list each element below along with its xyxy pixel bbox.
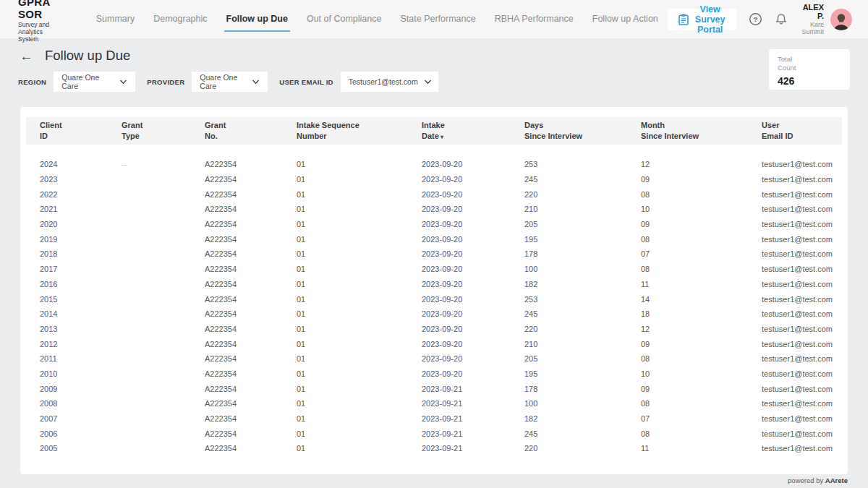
table-cell: A222354	[205, 235, 297, 244]
column-header-month-since-interview[interactable]: MonthSince Interview	[641, 120, 762, 142]
table-cell: 2005	[26, 444, 122, 453]
nav-tab-summary[interactable]: Summary	[87, 0, 144, 38]
table-cell: A222354	[205, 249, 297, 258]
app-subtitle: Survey and Analytics System	[18, 21, 65, 43]
table-cell: 01	[297, 414, 422, 423]
nav-tab-out-of-compliance[interactable]: Out of Compliance	[297, 0, 391, 38]
table-cell: A222354	[205, 280, 297, 288]
column-header-user-email-id[interactable]: UserEmail ID	[762, 120, 842, 142]
chevron-down-icon	[418, 80, 432, 85]
table-cell: 2020	[26, 220, 122, 228]
table-cell: 245	[524, 309, 641, 318]
user-email-filter-select[interactable]: Testuser1@test.com	[341, 72, 438, 92]
table-cell: 100	[524, 265, 641, 273]
table-row: 2015A222354012023-09-2025314testuser1@te…	[26, 291, 842, 307]
table-cell: 09	[641, 175, 762, 184]
view-survey-portal-button[interactable]: View Survey Portal	[668, 9, 736, 30]
powered-by-brand: AArete	[825, 476, 848, 484]
table-cell: 12	[641, 160, 762, 168]
table-cell: 2023-09-20	[422, 340, 524, 348]
column-header-grant-no-[interactable]: GrantNo.	[205, 120, 297, 142]
table-cell: 08	[641, 235, 762, 244]
column-header-grant-type[interactable]: GrantType	[122, 120, 205, 142]
table-cell: 2021	[26, 205, 122, 213]
table-cell: 2008	[26, 399, 122, 408]
table-cell: 205	[524, 220, 641, 228]
table-cell: testuser1@test.com	[762, 295, 842, 304]
table-cell: A222354	[205, 265, 297, 273]
provider-filter-select[interactable]: Quare One Care	[192, 72, 268, 92]
nav-tab-rbha-performance[interactable]: RBHA Performance	[485, 0, 583, 38]
table-header-row: ClientIDGrantTypeGrantNo.Intake Sequence…	[26, 117, 842, 145]
total-count-label-line1: Total	[778, 55, 792, 63]
table-cell: testuser1@test.com	[762, 235, 842, 244]
avatar[interactable]	[830, 9, 852, 30]
nav-tab-follow-up-action[interactable]: Follow up Action	[583, 0, 668, 38]
table-cell: 182	[524, 414, 641, 423]
help-icon[interactable]: ?	[749, 12, 762, 26]
table-cell: 2023-09-20	[422, 220, 524, 228]
chevron-down-icon	[114, 80, 127, 85]
column-header-days-since-interview[interactable]: DaysSince Interview	[524, 120, 641, 142]
table-cell: testuser1@test.com	[762, 265, 842, 273]
table-cell: 01	[297, 265, 422, 273]
table-row: 2021A222354012023-09-2021010testuser1@te…	[26, 202, 842, 217]
table-cell: 2023-09-20	[422, 235, 524, 244]
table-cell: A222354	[205, 190, 297, 199]
table-cell: 195	[524, 235, 641, 244]
column-header-intake-sequence-number[interactable]: Intake SequenceNumber	[297, 120, 422, 142]
table-cell: 182	[524, 280, 641, 288]
region-filter-value: Quare One Care	[61, 73, 114, 90]
user-org: Kare Summit	[802, 21, 825, 35]
table-cell: 2015	[26, 295, 122, 304]
back-arrow-icon[interactable]: ←	[20, 49, 33, 63]
table-cell: 01	[297, 295, 422, 304]
table-cell: 2022	[26, 190, 122, 199]
table-cell: 2012	[26, 340, 122, 348]
table-cell: 2023-09-20	[422, 160, 524, 168]
data-table-card: ClientIDGrantTypeGrantNo.Intake Sequence…	[20, 107, 848, 474]
table-cell: 09	[641, 340, 762, 348]
top-header: GPRA SOR Survey and Analytics System Sum…	[0, 0, 868, 38]
table-cell: 08	[641, 429, 762, 438]
table-cell: 2014	[26, 309, 122, 318]
table-cell: 11	[641, 280, 762, 288]
table-cell: 07	[641, 249, 762, 258]
table-cell: 2023-09-21	[422, 399, 524, 408]
table-cell: 01	[297, 190, 422, 199]
region-filter-select[interactable]: Quare One Care	[54, 72, 135, 92]
table-cell: 253	[524, 160, 641, 168]
table-cell: A222354	[205, 160, 297, 168]
table-cell: 2023	[26, 175, 122, 184]
filter-bar: REGION Quare One Care PROVIDER Quare One…	[18, 72, 450, 92]
column-header-client-id[interactable]: ClientID	[26, 120, 122, 142]
table-cell: 14	[641, 295, 762, 304]
table-cell: A222354	[205, 429, 297, 438]
table-cell: testuser1@test.com	[762, 205, 842, 213]
view-survey-portal-label: View Survey Portal	[695, 4, 726, 35]
table-cell: 2023-09-21	[422, 429, 524, 438]
nav-tabs: SummaryDemographicFollow up DueOut of Co…	[87, 0, 668, 38]
table-cell: 2024	[26, 160, 122, 168]
table-cell: 2013	[26, 325, 122, 333]
nav-tab-state-performance[interactable]: State Performance	[391, 0, 485, 38]
clipboard-icon	[678, 14, 689, 25]
notifications-bell-icon[interactable]	[775, 12, 788, 26]
page-title: Follow up Due	[45, 48, 130, 64]
nav-tab-demographic[interactable]: Demographic	[144, 0, 216, 38]
table-cell: 01	[297, 205, 422, 213]
app-logo: GPRA SOR Survey and Analytics System	[18, 0, 65, 43]
nav-tab-follow-up-due[interactable]: Follow up Due	[217, 0, 297, 38]
page-header: ← Follow up Due	[20, 48, 130, 64]
table-cell: 01	[297, 340, 422, 348]
table-cell: 01	[297, 385, 422, 393]
table-row: 2020A222354012023-09-2020509testuser1@te…	[26, 217, 842, 232]
table-row: 2024--A222354012023-09-2025312testuser1@…	[26, 157, 842, 172]
table-cell: A222354	[205, 444, 297, 453]
table-cell: 178	[524, 249, 641, 258]
column-header-intake-date[interactable]: IntakeDate ▾	[422, 120, 524, 142]
table-cell: 2017	[26, 265, 122, 273]
table-cell: 220	[524, 444, 641, 453]
user-menu[interactable]: ALEX P. Kare Summit	[802, 3, 853, 35]
user-name: ALEX P.	[802, 3, 825, 20]
